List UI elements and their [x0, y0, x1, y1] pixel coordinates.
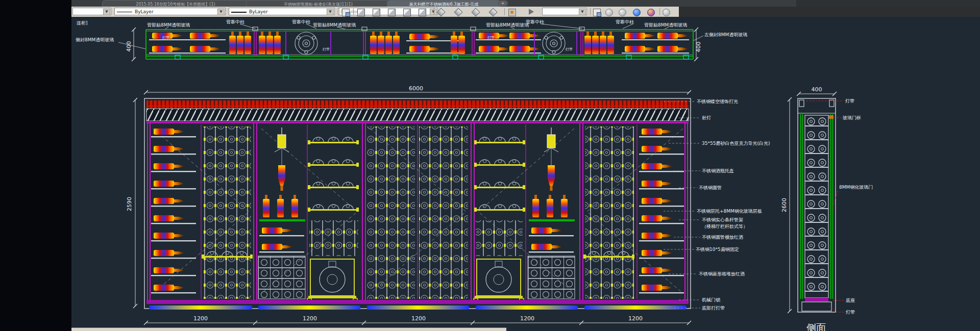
plan-view: 连柜] 侧封8MM透明玻璃 背部贴8MM透明玻璃 背部贴8MM透明玻璃 背部贴8…	[76, 19, 747, 61]
side-glass-doors	[801, 114, 833, 299]
plan-center-post-label: 背靠中柱	[616, 19, 634, 24]
plan-center-post-label: 背靠中柱	[526, 19, 545, 24]
tab-drawing-3-active[interactable]: 惠天利横厅不锈钢酒柜6.3施工图-完成	[387, 0, 501, 7]
plan-back-glass-label: 背部贴8MM透明玻璃	[313, 22, 356, 28]
chevron-down-icon[interactable]: ▼	[103, 9, 110, 15]
bay-dim-text: 1200	[520, 315, 534, 322]
bay4-display	[474, 128, 575, 302]
desktop-left-margin	[0, 0, 71, 331]
plan-back-glass-label: 背部贴8MM透明玻璃	[147, 22, 190, 28]
side-outline	[798, 98, 836, 312]
note-round-tube: 不锈钢圆管	[699, 185, 722, 190]
layer-combo[interactable]: ▼	[72, 8, 111, 15]
note-bottom-light: 底部打灯带	[702, 305, 725, 311]
plan-back-glass-label: 背部贴8MM透明玻璃	[486, 22, 529, 28]
sphere-wireframe-icon[interactable]	[605, 9, 613, 16]
plan-right-seal-label: 左侧封8MM透明玻璃	[704, 32, 747, 37]
match-properties-icon[interactable]	[342, 9, 350, 16]
side-base	[802, 302, 831, 311]
tab-label: 不锈钢玻璃酒柜-标准金(美女版)11(1)	[284, 2, 353, 7]
tab-drawing-1[interactable]: 2015.05.16别墅16号楼柜【半层图纸】(1)	[102, 0, 249, 7]
hatch-band	[146, 109, 689, 121]
bay1-wine-racks	[151, 126, 253, 299]
tab-drawing-2[interactable]: 不锈钢玻璃酒柜-标准金(美女版)11(1)	[246, 0, 390, 7]
elevation-total-dimension: 6000	[144, 85, 691, 94]
note-acrylic-lightguide: 35*55磨砂白色亚克力导光(白光)	[702, 141, 770, 146]
tab-label: 2015.05.16别墅16号楼柜【半层图纸】(1)	[136, 2, 215, 7]
side-height-dimension: 2600	[781, 97, 792, 313]
camera-icon[interactable]	[508, 9, 516, 16]
bay-dim-text: 1200	[411, 315, 426, 322]
pointer-icon[interactable]	[529, 9, 534, 15]
box-conceptual-icon[interactable]	[419, 9, 426, 16]
side-height-dim-text: 2600	[781, 198, 788, 212]
render-region-icon[interactable]	[593, 9, 601, 16]
tab-label: 惠天利横厅不锈钢酒柜6.3施工图-完成	[409, 2, 479, 7]
chevron-down-icon[interactable]: ▼	[327, 9, 334, 15]
side-purple-band	[805, 298, 828, 301]
plan-lamp-label: 灯带	[162, 36, 169, 40]
note-spotlight: 射灯	[702, 115, 711, 120]
note-door-lock: 机械门锁	[702, 297, 721, 302]
cad-drawing: 连柜] 侧封8MM透明玻璃 背部贴8MM透明玻璃 背部贴8MM透明玻璃 背部贴8…	[71, 17, 980, 331]
note-glass-shelf: 不锈钢层托+8MM钢化玻璃层板	[697, 209, 762, 214]
autocad-window: { "window": { "tab_bar": { "tabs": [ {"l…	[0, 0, 980, 331]
side-depth-dimension: 400	[797, 86, 837, 96]
lineweight-combo[interactable]: ByLayer▼	[229, 8, 335, 15]
side-view: 400 2600 灯带 玻璃门框 8MM钢化玻璃门 底座	[781, 86, 873, 331]
elevation-height-dimension: 2590	[126, 98, 137, 308]
bay-dim-text: 1200	[303, 315, 317, 322]
bay-dimensions: 1200 1200 1200 1200 1200	[144, 315, 691, 325]
box-2d-wireframe-icon[interactable]	[357, 9, 365, 16]
chevron-down-icon[interactable]: ▼	[579, 9, 586, 15]
side-depth-dim-text: 400	[812, 86, 822, 93]
drawing-tab-bar: 2015.05.16别墅16号楼柜【半层图纸】(1) 不锈钢玻璃酒柜-标准金(美…	[71, 0, 980, 7]
bay5-wine-racks	[583, 126, 684, 299]
sphere-hidden-icon[interactable]	[619, 9, 626, 16]
plan-depth-dim-text-right: 400	[695, 42, 702, 53]
isolines-icon-1[interactable]	[437, 8, 446, 17]
bay-dim-text: 1200	[193, 315, 208, 322]
toolbar-empty-area	[679, 7, 980, 17]
box-hidden-icon[interactable]	[388, 9, 396, 16]
side-base-label: 底座	[846, 298, 855, 303]
elevation-notes: 不锈钢镂空缝饰打光 射灯 35*55磨砂白色亚克力导光(白光) 不锈钢酒瓶托盘 …	[664, 99, 770, 311]
side-lamp-bottom-label: 灯带	[846, 310, 855, 315]
command-line-edge[interactable]	[71, 327, 506, 331]
elevation-total-dim-text: 6000	[409, 85, 423, 92]
linetype-combo[interactable]: ByLayer▼	[114, 8, 226, 15]
drawing-canvas[interactable]: 连柜] 侧封8MM透明玻璃 背部贴8MM透明玻璃 背部贴8MM透明玻璃 背部贴8…	[71, 17, 980, 331]
side-bottle-rows	[805, 118, 828, 292]
side-labels: 灯带 玻璃门框 8MM钢化玻璃门 底座 灯带	[806, 98, 873, 315]
note-bottle-tray: 不锈钢酒瓶托盘	[702, 168, 734, 173]
chevron-down-icon[interactable]: ▼	[217, 9, 225, 15]
render-environment-icon[interactable]	[663, 9, 670, 16]
box-realistic-icon[interactable]	[403, 9, 411, 16]
plan-left-seal-label: 侧封8MM透明玻璃	[76, 37, 114, 42]
isolines-icon-3[interactable]	[472, 8, 480, 17]
bay2-display	[258, 128, 359, 302]
sphere-render-icon[interactable]	[633, 9, 641, 16]
plan-depth-dim-text: 400	[126, 41, 132, 52]
note-railing-style: （楼梯厅栏杆款式等）	[702, 224, 748, 229]
isolines-icon-2[interactable]	[454, 8, 463, 17]
elevation-height-dim-text: 2590	[126, 197, 133, 211]
plan-lamp-label: 灯带	[323, 47, 330, 52]
bay-dim-text: 1200	[628, 315, 643, 322]
note-horizontal-wine: 不锈钢圆管横放红酒	[702, 235, 743, 240]
linetype-sample	[117, 12, 132, 12]
isolines-icon-4[interactable]	[489, 8, 498, 17]
note-flat-steel-fix: 不锈钢10*5扁钢固定	[696, 247, 739, 252]
render-preset-combo[interactable]: ▼	[542, 8, 587, 15]
box-wireframe-icon[interactable]	[373, 9, 380, 16]
sphere-material-icon[interactable]	[647, 9, 655, 16]
door-frame-marker	[829, 115, 834, 119]
new-tab-button[interactable]: +	[498, 1, 508, 6]
tab-bar-empty-area	[796, 0, 980, 7]
plan-center-post-label: 背靠中柱	[226, 19, 245, 24]
plan-center-post-label: 背靠中柱	[292, 19, 311, 24]
top-light-band	[146, 100, 689, 108]
side-glass-door-label: 8MM钢化玻璃门	[839, 185, 873, 190]
side-lamp-top-label: 灯带	[845, 98, 854, 104]
lineweight-sample	[231, 12, 247, 13]
